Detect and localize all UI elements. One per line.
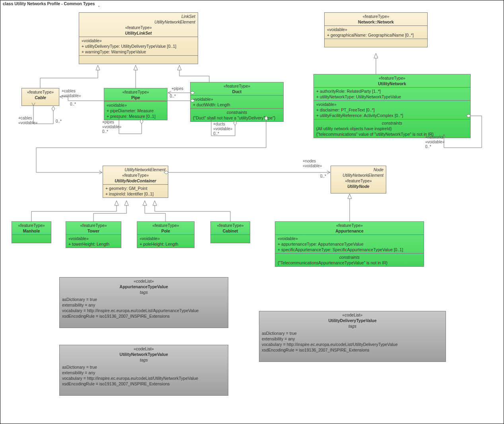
assoc-end: +pipes«voidable»0..*	[102, 120, 121, 134]
class-name: Cabinet	[213, 228, 247, 234]
superclass-list: UtilityNetworkElement	[105, 167, 165, 172]
stereotype: «codeList»	[62, 346, 226, 352]
voidable-label: «voidable»	[193, 96, 281, 102]
attribute: + ductWidth: Length	[193, 102, 281, 107]
class-network: «featureType» Network::Network «voidable…	[324, 12, 428, 47]
assoc-end: +nodes«voidable»	[303, 159, 322, 168]
stereotype: «featureType»	[278, 223, 421, 228]
tag: xsdEncodingRule = iso19136_2007_INSPIRE_…	[262, 347, 443, 353]
voidable-label: «voidable»	[140, 236, 192, 241]
codelist-appurtenancetypevalue: «codeList» AppurtenanceTypeValue tags as…	[59, 277, 228, 328]
class-name: Pipe	[107, 95, 165, 100]
stereotype: «codeList»	[262, 312, 443, 318]
attribute: + appurtenanceType: AppurtenanceTypeValu…	[278, 241, 421, 247]
attribute: + utilityDeliveryType: UtilityDeliveryTy…	[82, 43, 195, 49]
tags-header: tags	[62, 289, 226, 295]
class-name: Network::Network	[327, 19, 425, 25]
constraint: {"Duct" shall not have a "utilityDeliver…	[193, 115, 281, 121]
attribute: + towerHeight: Length	[68, 241, 119, 247]
stereotype: «featureType»	[82, 25, 195, 30]
attribute: + poleHeight: Length	[140, 241, 192, 247]
tag: extensibility = any	[62, 370, 226, 375]
class-utilitynodecontainer: UtilityNetworkElement «featureType» Util…	[103, 166, 168, 198]
class-name: Pole	[140, 228, 192, 234]
class-cabinet: «featureType» Cabinet	[210, 221, 250, 243]
class-cable: «featureType» Cable	[21, 88, 59, 106]
class-name: UtilityDeliveryTypeValue	[262, 318, 443, 323]
stereotype: «featureType»	[24, 89, 56, 95]
class-name: UtilityLinkSet	[82, 30, 195, 36]
superclass-list: LinkSet UtilityNetworkElement	[82, 14, 195, 25]
tag: extensibility = any	[262, 336, 443, 342]
attribute: + utilityFacilityReference: ActivityComp…	[316, 113, 468, 118]
attribute: + geometry: GM_Point	[105, 186, 165, 191]
attribute: + pipeDiameter: Measure	[107, 108, 165, 113]
voidable-label: «voidable»	[82, 38, 195, 43]
class-pole: «featureType» Pole «voidable» + poleHeig…	[137, 221, 195, 248]
attribute: + warningType: WarningTypeValue	[82, 49, 195, 55]
tag: xsdEncodingRule = iso19136_2007_INSPIRE_…	[62, 381, 226, 387]
class-pipe: «featureType» Pipe «voidable» + pipeDiam…	[104, 88, 167, 120]
assoc-end: +networks«voidable»0..*	[425, 135, 444, 149]
assoc-end: +ducts«voidable»0..*	[213, 122, 232, 136]
voidable-label: «voidable»	[107, 102, 165, 108]
tag: vocabulary = http://inspire.ec.europa.eu…	[62, 375, 226, 381]
stereotype: «featureType»	[107, 89, 165, 95]
stereotype: «codeList»	[62, 278, 226, 284]
codelist-utilitynetworktypevalue: «codeList» UtilityNetworkTypeValue tags …	[59, 345, 228, 396]
attribute: + specificAppurtenanceType: SpecificAppu…	[278, 247, 421, 252]
constraint: {All utility network objects have inspir…	[316, 126, 468, 131]
tags-header: tags	[262, 323, 443, 329]
tag: xsdEncodingRule = iso19136_2007_INSPIRE_…	[62, 313, 226, 319]
voidable-label: «voidable»	[327, 27, 425, 32]
class-appurtenance: «featureType» Appurtenance «voidable» + …	[275, 221, 424, 267]
class-name: UtilityNode	[333, 184, 383, 189]
stereotype: «featureType»	[316, 75, 468, 81]
attribute: + utilityNetworkType: UtilityNetworkType…	[316, 94, 468, 100]
stereotype: «featureType»	[14, 223, 49, 228]
stereotype: «featureType»	[193, 83, 281, 89]
class-name: Tower	[68, 228, 119, 234]
assoc-end: +cables«voidable»	[18, 116, 37, 125]
tag: asDictionary = true	[262, 330, 443, 336]
class-utilitynetwork: «featureType» UtilityNetwork + authority…	[313, 74, 471, 138]
constraints-header: constraints	[193, 109, 281, 115]
voidable-label: «voidable»	[68, 236, 119, 241]
attribute: + inspireId: Identifier [0..1]	[105, 191, 165, 197]
constraints-header: constraints	[278, 254, 421, 260]
constraint: {"TelecommunicationsAppurtenanceTypeValu…	[278, 260, 421, 266]
attribute: + pressure: Measure [0..1]	[107, 113, 165, 119]
class-name: Appurtenance	[278, 228, 421, 234]
tag: vocabulary = http://inspire.ec.europa.eu…	[62, 308, 226, 313]
tag: vocabulary = http://inspire.ec.europa.eu…	[262, 342, 443, 347]
stereotype: «featureType»	[105, 172, 165, 178]
multiplicity: 0..*	[170, 94, 176, 99]
assoc-end: +cables«voidable»	[62, 89, 81, 98]
tag: asDictionary = true	[62, 364, 226, 370]
diagram-canvas: class Utility Networks Profile - Common …	[0, 0, 504, 424]
stereotype: «featureType»	[68, 223, 119, 228]
class-utilitynode: Node UtilityNetworkElement «featureType»…	[331, 166, 386, 193]
attribute: + authorityRole: RelatedParty [1..*]	[316, 88, 468, 94]
attribute: + disclaimer: PT_FreeText [0..*]	[316, 107, 468, 113]
superclass-list: Node UtilityNetworkElement	[333, 167, 383, 178]
constraints-header: constraints	[316, 120, 468, 126]
multiplicity: 0..*	[56, 119, 62, 124]
class-name: Duct	[193, 89, 281, 94]
diagram-title: class Utility Networks Profile - Common …	[3, 1, 95, 6]
class-name: AppurtenanceTypeValue	[62, 284, 226, 289]
class-name: UtilityNetworkTypeValue	[62, 352, 226, 357]
stereotype: «featureType»	[333, 178, 383, 184]
tags-header: tags	[62, 357, 226, 363]
class-name: Cable	[24, 95, 56, 100]
stereotype: «featureType»	[213, 223, 247, 228]
voidable-label: «voidable»	[316, 102, 468, 107]
tag: extensibility = any	[62, 302, 226, 308]
class-name: UtilityNetwork	[316, 81, 468, 86]
codelist-utilitydeliverytypevalue: «codeList» UtilityDeliveryTypeValue tags…	[259, 311, 446, 362]
stereotype: «featureType»	[327, 14, 425, 19]
voidable-label: «voidable»	[278, 236, 421, 241]
class-duct: «featureType» Duct «voidable» + ductWidt…	[190, 82, 284, 122]
multiplicity: 0..*	[320, 174, 326, 179]
class-name: Manhole	[14, 228, 49, 234]
